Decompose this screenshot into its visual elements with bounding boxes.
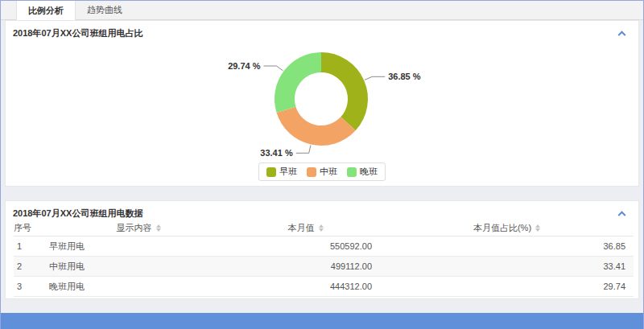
collapse-table-panel-button[interactable] — [616, 207, 627, 218]
header-index: 序号 — [14, 222, 46, 234]
legend-item-0[interactable]: 早班 — [266, 166, 297, 178]
legend-swatch — [266, 167, 276, 177]
pie-slice-1[interactable] — [277, 107, 356, 146]
chevron-up-icon — [617, 211, 625, 219]
legend-swatch — [347, 167, 357, 177]
cell-month-ratio: 36.85 — [380, 241, 634, 251]
donut-chart: 36.85 %33.41 %29.74 % — [6, 21, 637, 162]
legend-label: 中班 — [320, 166, 337, 178]
legend-swatch — [307, 167, 316, 177]
pie-slice-2[interactable] — [275, 52, 321, 113]
label-leader-line — [365, 76, 385, 80]
header-month-value[interactable]: 本月值 — [231, 222, 380, 234]
table-body: 1 早班用电 550592.00 36.85 2 中班用电 499112.00 … — [14, 236, 634, 297]
chart-legend: 早班中班晚班 — [258, 162, 386, 181]
label-leader-line — [296, 146, 311, 154]
legend-item-1[interactable]: 中班 — [307, 166, 337, 178]
sort-icon[interactable] — [156, 224, 161, 232]
data-table: 序号 显示内容 本月值 本月值占比(%) 1 早班用电 550592.00 36… — [6, 220, 638, 298]
cell-month-ratio: 29.74 — [380, 282, 634, 291]
tab-bar: 比例分析 趋势曲线 — [1, 1, 643, 20]
pie-slice-0[interactable] — [321, 52, 368, 130]
table-header-row: 序号 显示内容 本月值 本月值占比(%) — [14, 220, 634, 236]
pie-slice-label: 29.74 % — [228, 61, 261, 71]
legend-label: 早班 — [279, 166, 297, 178]
cell-month-ratio: 33.41 — [380, 261, 634, 271]
pie-chart-panel: 2018年07月XX公司班组用电占比 36.85 %33.41 %29.74 %… — [5, 20, 639, 187]
table-row: 1 早班用电 550592.00 36.85 — [14, 236, 634, 257]
sort-icon[interactable] — [535, 224, 540, 232]
table-row: 3 晚班用电 444312.00 29.74 — [14, 277, 634, 297]
cell-content: 早班用电 — [46, 241, 231, 253]
data-table-panel: 2018年07月XX公司班组用电数据 序号 显示内容 本月值 本月值占比(%) — [5, 200, 639, 299]
cell-index: 2 — [14, 261, 46, 271]
header-month-ratio[interactable]: 本月值占比(%) — [380, 222, 634, 234]
tab-ratio-analysis[interactable]: 比例分析 — [16, 1, 76, 20]
cell-index: 1 — [14, 241, 46, 251]
pie-slice-label: 36.85 % — [388, 72, 421, 81]
cell-month-value: 499112.00 — [231, 261, 380, 271]
cell-index: 3 — [14, 282, 46, 291]
bottom-bar — [1, 313, 643, 329]
table-row: 2 中班用电 499112.00 33.41 — [14, 257, 634, 277]
legend-item-2[interactable]: 晚班 — [347, 166, 378, 178]
pie-slice-label: 33.41 % — [260, 148, 293, 158]
sort-icon[interactable] — [319, 224, 324, 232]
legend-label: 晚班 — [360, 166, 378, 178]
header-content[interactable]: 显示内容 — [46, 222, 231, 234]
tab-trend-curve[interactable]: 趋势曲线 — [76, 1, 134, 19]
cell-month-value: 550592.00 — [231, 241, 380, 251]
cell-content: 中班用电 — [46, 261, 231, 273]
cell-content: 晚班用电 — [46, 281, 231, 293]
label-leader-line — [264, 66, 283, 71]
table-panel-title: 2018年07月XX公司班组用电数据 — [6, 201, 638, 220]
cell-month-value: 444312.00 — [231, 282, 380, 291]
report-window: 比例分析 趋势曲线 2018年07月XX公司班组用电占比 36.85 %33.4… — [0, 0, 644, 329]
